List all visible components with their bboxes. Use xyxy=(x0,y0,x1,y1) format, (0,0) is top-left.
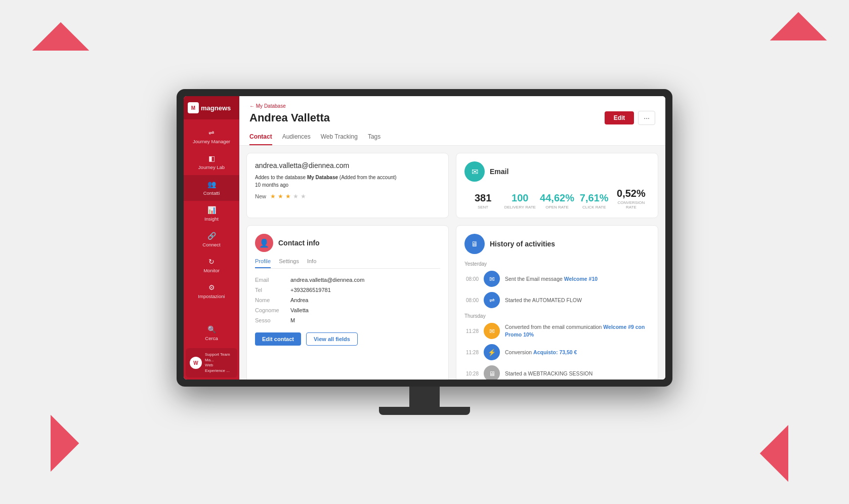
impostazioni-icon: ⚙ xyxy=(208,283,215,291)
info-row-email: Email andrea.valletta@diennea.com xyxy=(255,275,440,285)
sidebar: M magnews ⇌ Journey Manager ◧ Journey La… xyxy=(184,96,239,380)
star-3: ★ xyxy=(285,193,291,200)
sidebar-item-journey-manager[interactable]: ⇌ Journey Manager xyxy=(184,123,239,149)
stat-delivery: 100 DELIVERY RATE xyxy=(501,192,538,209)
sidebar-item-label: Journey Lab xyxy=(198,164,225,170)
stat-open-label: OPEN RATE xyxy=(538,205,575,209)
edit-contact-button[interactable]: Edit contact xyxy=(255,332,301,346)
info-row-tel: Tel +393286519781 xyxy=(255,285,440,295)
email-icon-circle: ✉ xyxy=(464,161,485,182)
stats-row: 381 SENT 100 DELIVERY RATE 44,62% OPEN R… xyxy=(464,188,650,209)
monitor: M magnews ⇌ Journey Manager ◧ Journey La… xyxy=(177,89,672,415)
content-area: andrea.valletta@diennea.com Addes to the… xyxy=(239,146,665,380)
email-stats-card: ✉ Email 381 SENT 100 DELIVERY RATE xyxy=(456,153,658,218)
history-text-4: Started a WEBTRACKING SESSION xyxy=(505,370,592,377)
info-tabs: Profile Settings Info xyxy=(255,258,440,269)
history-list: Yesterday 08:00 ✉ Sent the Email message… xyxy=(464,261,650,380)
tab-tags[interactable]: Tags xyxy=(368,130,380,145)
history-group-thursday: Thursday 11:28 ✉ Converted from the emai… xyxy=(464,313,650,380)
breadcrumb-label[interactable]: My Database xyxy=(256,103,286,109)
info-value-tel: +393286519781 xyxy=(290,287,331,293)
sidebar-item-label: Journey Manager xyxy=(193,139,230,144)
more-button[interactable]: ··· xyxy=(638,111,655,125)
sidebar-item-label: Monitor xyxy=(203,268,220,273)
contact-email: andrea.valletta@diennea.com xyxy=(255,161,440,170)
monitor-stand-neck xyxy=(409,387,440,407)
sidebar-search[interactable]: 🔍 Cerca xyxy=(184,320,239,346)
support-avatar: W xyxy=(190,357,202,369)
corner-decoration-bl xyxy=(22,414,79,472)
insight-icon: 📊 xyxy=(207,206,216,214)
sidebar-item-impostazioni[interactable]: ⚙ Impostazioni xyxy=(184,278,239,304)
sidebar-item-insight[interactable]: 📊 Insight xyxy=(184,201,239,227)
info-value-cognome: Valletta xyxy=(290,307,309,313)
info-row-nome: Nome Andrea xyxy=(255,295,440,305)
history-header: 🖥 History of activities xyxy=(464,234,650,254)
stat-open-value: 44,62% xyxy=(538,192,575,204)
history-time-4: 10:28 xyxy=(464,371,479,376)
contact-avatar-icon: 👤 xyxy=(255,234,273,252)
history-group-label-thursday: Thursday xyxy=(464,313,650,319)
sidebar-item-label: Insight xyxy=(204,216,219,222)
view-all-fields-button[interactable]: View all fields xyxy=(306,332,358,346)
journey-manager-icon: ⇌ xyxy=(208,129,215,137)
sidebar-logo: M magnews xyxy=(184,96,239,119)
stat-conversion: 0,52% CONVERSION RATE xyxy=(613,188,650,209)
info-tab-profile[interactable]: Profile xyxy=(255,258,271,268)
history-text-0: Sent the Email message Welcome #10 xyxy=(505,275,598,283)
connect-icon: 🔗 xyxy=(207,232,216,240)
info-actions: Edit contact View all fields xyxy=(255,332,440,346)
stat-sent-label: SENT xyxy=(464,205,501,209)
history-icon-circle: 🖥 xyxy=(464,234,485,254)
sidebar-item-label: Impostazioni xyxy=(198,293,225,299)
page-header: ← My Database Andrea Valletta Edit ··· C… xyxy=(239,96,665,146)
edit-button[interactable]: Edit xyxy=(605,111,634,124)
history-group-label-yesterday: Yesterday xyxy=(464,261,650,267)
stat-conversion-label: CONVERSION RATE xyxy=(613,200,650,209)
sidebar-item-monitor[interactable]: ↻ Monitor xyxy=(184,253,239,278)
contatti-icon: 👥 xyxy=(207,180,216,188)
email-stats-title: Email xyxy=(490,167,508,176)
history-text-2: Converted from the email communication W… xyxy=(505,323,650,338)
info-label-tel: Tel xyxy=(255,287,290,293)
sidebar-item-connect[interactable]: 🔗 Connect xyxy=(184,227,239,253)
star-2: ★ xyxy=(278,193,283,200)
stat-click-label: CLICK RATE xyxy=(576,205,613,209)
tab-web-tracking[interactable]: Web Tracking xyxy=(321,130,358,145)
breadcrumb-arrow: ← xyxy=(249,103,254,109)
tab-contact[interactable]: Contact xyxy=(249,130,272,145)
history-activity-icon-1: ⇌ xyxy=(484,292,500,308)
history-activity-icon-2: ✉ xyxy=(484,323,500,339)
page-title: Andrea Valletta xyxy=(249,111,330,124)
contact-info-card: 👤 Contact info Profile Settings Info Ema… xyxy=(246,225,449,380)
email-stats-header: ✉ Email xyxy=(464,161,650,182)
main-content: ← My Database Andrea Valletta Edit ··· C… xyxy=(239,96,665,380)
sidebar-item-journey-lab[interactable]: ◧ Journey Lab xyxy=(184,149,239,175)
monitor-screen-border: M magnews ⇌ Journey Manager ◧ Journey La… xyxy=(177,89,672,387)
info-tab-settings[interactable]: Settings xyxy=(279,258,299,268)
sidebar-bottom: 🔍 Cerca W Support Team Ma... Web Experie… xyxy=(184,320,239,380)
star-5: ★ xyxy=(301,193,306,200)
info-row-cognome: Cognome Valletta xyxy=(255,305,440,315)
stat-click: 7,61% CLICK RATE xyxy=(576,192,613,209)
search-icon: 🔍 xyxy=(207,325,216,333)
star-1: ★ xyxy=(270,193,276,200)
history-group-yesterday: Yesterday 08:00 ✉ Sent the Email message… xyxy=(464,261,650,308)
history-item-3: 11:28 ⚡ Conversion Acquisto: 73,50 € xyxy=(464,344,650,360)
stat-conversion-value: 0,52% xyxy=(613,188,650,199)
history-title: History of activities xyxy=(490,240,555,248)
sidebar-support[interactable]: W Support Team Ma... Web Experience ... xyxy=(186,348,237,377)
info-tab-info[interactable]: Info xyxy=(307,258,316,268)
monitor-stand-base xyxy=(379,407,470,415)
history-activity-icon-4: 🖥 xyxy=(484,365,500,380)
tab-audiences[interactable]: Audiences xyxy=(282,130,311,145)
history-item-0: 08:00 ✉ Sent the Email message Welcome #… xyxy=(464,271,650,287)
history-item-4: 10:28 🖥 Started a WEBTRACKING SESSION xyxy=(464,365,650,380)
sidebar-item-contatti[interactable]: 👥 Contatti xyxy=(184,175,239,201)
journey-lab-icon: ◧ xyxy=(208,154,215,162)
info-value-sesso: M xyxy=(290,317,295,323)
corner-decoration-br xyxy=(759,425,817,482)
info-value-nome: Andrea xyxy=(290,297,308,303)
info-value-email: andrea.valletta@diennea.com xyxy=(290,277,364,283)
status-label: New xyxy=(255,193,266,199)
